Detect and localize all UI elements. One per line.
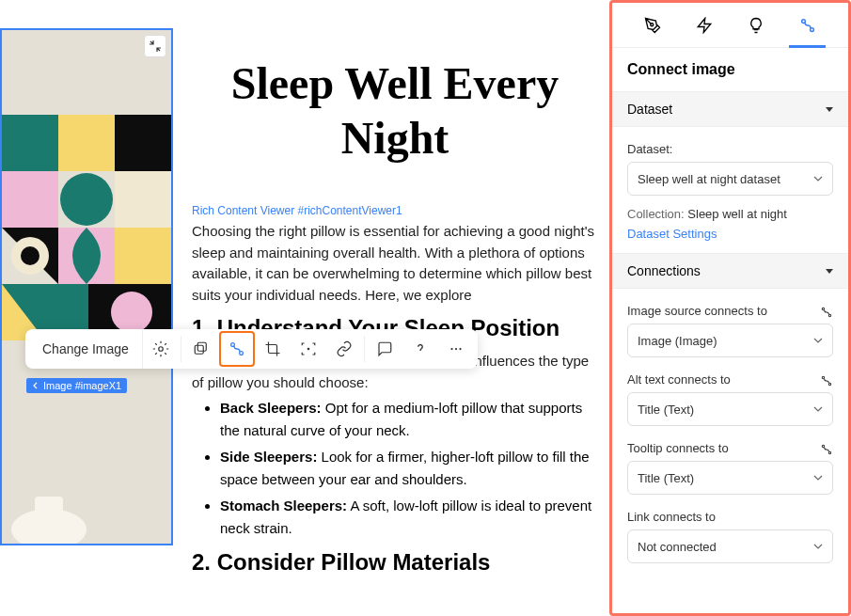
svg-point-23 (459, 348, 461, 350)
chevron-down-icon (813, 336, 823, 345)
binding-icon[interactable] (820, 374, 833, 387)
svg-rect-17 (195, 345, 203, 354)
pillow-pattern-image (2, 115, 173, 340)
svg-point-21 (450, 348, 452, 350)
chevron-down-icon (813, 473, 823, 482)
svg-point-4 (60, 173, 113, 226)
tab-connect[interactable] (781, 3, 833, 47)
teapot-shape (2, 468, 115, 544)
crop-icon[interactable] (255, 331, 291, 367)
svg-marker-25 (698, 18, 711, 32)
settings-icon[interactable] (143, 331, 179, 367)
image-tag-label: Image #imageX1 (43, 380, 121, 391)
list-item: Stomach Sleepers: A soft, low-loft pillo… (220, 493, 602, 542)
collection-row: Collection: Sleep well at night (627, 207, 833, 221)
svg-rect-1 (58, 115, 115, 171)
svg-point-30 (822, 376, 824, 378)
panel-tabs (612, 3, 848, 48)
article-area: Sleep Well Every Night Rich Content View… (188, 38, 602, 583)
svg-point-22 (455, 348, 457, 350)
connection-label: Image source connects to (627, 304, 767, 318)
layers-icon[interactable] (183, 331, 219, 367)
image-block[interactable] (0, 28, 173, 545)
svg-point-27 (810, 27, 813, 31)
connection-label: Tooltip connects to (627, 441, 729, 455)
chevron-down-icon (813, 174, 823, 183)
link-icon[interactable] (326, 331, 362, 367)
svg-point-29 (828, 314, 830, 316)
alt-text-select[interactable]: Title (Text) (627, 392, 833, 426)
svg-rect-0 (2, 115, 58, 171)
rich-content-viewer-label: Rich Content Viewer #richContentViewer1 (188, 202, 602, 219)
connections-section-header[interactable]: Connections (612, 253, 848, 289)
svg-rect-14 (35, 497, 63, 515)
connection-label: Alt text connects to (627, 372, 731, 387)
article-title: Sleep Well Every Night (188, 38, 602, 183)
svg-point-26 (801, 19, 805, 23)
list-item: Back Sleepers: Opt for a medium-loft pil… (220, 395, 602, 444)
image-floating-toolbar: Change Image (25, 329, 478, 369)
change-image-button[interactable]: Change Image (29, 329, 143, 369)
connection-label: Link connects to (627, 510, 716, 524)
chevron-down-icon (813, 542, 823, 551)
binding-icon[interactable] (820, 306, 833, 319)
svg-point-19 (239, 352, 243, 355)
svg-point-20 (307, 348, 309, 350)
svg-rect-9 (115, 228, 173, 284)
section-heading-2: 2. Consider Pillow Materials (188, 542, 602, 583)
intro-paragraph: Choosing the right pillow is essential f… (188, 219, 602, 308)
svg-point-12 (111, 292, 152, 333)
image-preview (2, 30, 171, 544)
svg-point-31 (828, 383, 830, 385)
panel-title: Connect image (612, 48, 848, 91)
svg-point-24 (651, 23, 654, 25)
chevron-down-icon (813, 404, 823, 414)
help-icon[interactable] (402, 331, 438, 367)
svg-point-32 (822, 445, 824, 447)
dataset-label: Dataset: (627, 142, 833, 156)
connect-panel: Connect image Dataset Dataset: Sleep wel… (609, 0, 851, 616)
image-source-select[interactable]: Image (Image) (627, 324, 833, 357)
tab-animation[interactable] (679, 3, 731, 47)
dataset-settings-link[interactable]: Dataset Settings (627, 227, 717, 241)
more-icon[interactable] (438, 331, 474, 367)
svg-rect-16 (197, 342, 206, 351)
tooltip-select[interactable]: Title (Text) (627, 461, 833, 495)
svg-point-28 (822, 308, 824, 309)
binding-icon[interactable] (820, 443, 833, 456)
svg-rect-5 (115, 171, 173, 228)
focal-point-icon[interactable] (291, 331, 326, 367)
chevron-down-icon (826, 269, 833, 274)
comment-icon[interactable] (367, 331, 402, 367)
svg-rect-3 (2, 171, 58, 228)
svg-point-18 (230, 343, 234, 347)
svg-rect-2 (115, 115, 173, 171)
chevron-down-icon (826, 107, 833, 112)
tab-design[interactable] (627, 3, 679, 47)
dataset-select[interactable]: Sleep well at night dataset (627, 162, 833, 196)
sleep-position-list: Back Sleepers: Opt for a medium-loft pil… (188, 395, 602, 542)
image-tag: Image #imageX1 (26, 378, 127, 393)
svg-point-15 (159, 347, 164, 352)
collapse-icon[interactable] (144, 35, 166, 57)
connect-data-icon[interactable] (219, 331, 255, 367)
list-item: Side Sleepers: Look for a firmer, higher… (220, 444, 602, 493)
tab-interactions[interactable] (731, 3, 782, 47)
svg-point-7 (21, 246, 39, 265)
svg-point-33 (828, 451, 830, 453)
dataset-section-header[interactable]: Dataset (612, 91, 848, 127)
link-select[interactable]: Not connected (627, 529, 833, 563)
